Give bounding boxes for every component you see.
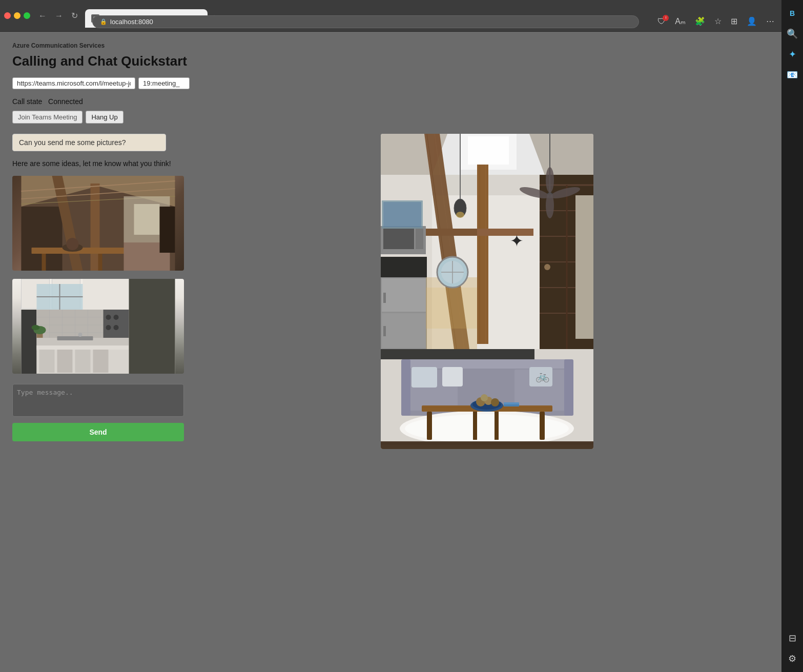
- large-image-panel: ✦: [204, 134, 769, 449]
- svg-rect-119: [540, 412, 545, 440]
- back-button[interactable]: ←: [35, 9, 50, 23]
- star-icon: ☆: [714, 17, 722, 26]
- call-state-label: Call state: [12, 97, 42, 106]
- menu-button[interactable]: ⋯: [763, 14, 777, 28]
- svg-point-89: [546, 167, 554, 193]
- gear-icon: ⚙: [788, 653, 796, 664]
- extension-alert-button[interactable]: 🛡 !: [654, 15, 669, 28]
- svg-rect-98: [383, 229, 414, 249]
- large-room-image[interactable]: ✦: [381, 134, 593, 449]
- token-input[interactable]: [138, 77, 190, 89]
- svg-rect-93: [382, 313, 426, 348]
- svg-rect-94: [383, 293, 386, 303]
- svg-rect-72: [575, 195, 593, 339]
- browser-extension-button[interactable]: 🧩: [692, 14, 708, 28]
- svg-rect-12: [98, 254, 102, 271]
- room-image-1[interactable]: [12, 176, 184, 271]
- profile-button[interactable]: 👤: [744, 14, 760, 28]
- collections-button[interactable]: ⊞: [728, 14, 740, 28]
- svg-point-53: [32, 325, 40, 330]
- svg-point-71: [544, 264, 550, 270]
- svg-rect-100: [381, 349, 534, 359]
- svg-point-83: [456, 212, 464, 218]
- message-input-area: Send: [12, 384, 184, 441]
- room-image-2[interactable]: [12, 279, 184, 374]
- svg-rect-92: [382, 278, 426, 312]
- browser-nav: ← → ↻: [35, 9, 81, 23]
- copilot-icon: B: [790, 9, 795, 17]
- split-icon: ⊟: [789, 633, 796, 644]
- svg-rect-117: [427, 412, 432, 440]
- svg-text:✦: ✦: [509, 232, 523, 250]
- svg-rect-16: [134, 204, 160, 235]
- page-content: Azure Communication Services Calling and…: [0, 32, 781, 672]
- collections-icon: ⊞: [731, 17, 737, 26]
- call-state-display: Call state Connected: [12, 97, 769, 106]
- svg-point-14: [67, 238, 79, 250]
- copilot-sidebar-button[interactable]: B: [783, 4, 801, 23]
- received-message: Can you send me some pictures?: [12, 134, 166, 151]
- join-teams-meeting-button[interactable]: Join Teams Meeting: [12, 111, 83, 124]
- search-sidebar-icon: 🔍: [787, 28, 798, 39]
- svg-rect-23: [22, 310, 37, 374]
- svg-point-129: [481, 394, 488, 401]
- svg-rect-80: [477, 229, 533, 236]
- favorites-button[interactable]: ☆: [711, 14, 725, 28]
- reload-button[interactable]: ↻: [68, 9, 81, 23]
- send-button[interactable]: Send: [12, 423, 184, 441]
- svg-rect-42: [39, 350, 55, 373]
- address-bar[interactable]: 🔒 localhost:8080: [92, 15, 639, 28]
- service-label: Azure Communication Services: [12, 42, 769, 49]
- svg-point-90: [546, 193, 554, 218]
- browser-actions: 🛡 ! Aₘ 🧩 ☆ ⊞ 👤 ⋯: [654, 14, 777, 28]
- svg-rect-44: [75, 350, 91, 373]
- svg-rect-99: [416, 229, 423, 249]
- svg-rect-38: [57, 336, 93, 340]
- call-state-value: Connected: [48, 97, 83, 106]
- teams-url-input[interactable]: [12, 77, 135, 89]
- svg-rect-45: [93, 350, 109, 373]
- svg-rect-41: [37, 345, 129, 350]
- right-sidebar: B 🔍 ✦ 📧 ⊟ ⚙: [781, 0, 803, 672]
- svg-rect-110: [411, 367, 437, 388]
- url-row: [12, 77, 769, 89]
- settings-sidebar-button[interactable]: ⚙: [783, 649, 801, 668]
- svg-rect-11: [42, 254, 46, 271]
- minimize-traffic-light[interactable]: [14, 12, 20, 19]
- person-icon: 👤: [747, 17, 757, 26]
- split-view-button[interactable]: ⊟: [783, 629, 801, 647]
- svg-rect-133: [383, 202, 421, 227]
- message-input[interactable]: [12, 384, 184, 417]
- lock-icon: 🔒: [100, 18, 107, 25]
- svg-rect-120: [495, 412, 499, 440]
- svg-rect-95: [383, 326, 386, 336]
- sent-message: Here are some ideas, let me know what yo…: [12, 159, 184, 168]
- svg-rect-118: [473, 412, 477, 440]
- forward-button[interactable]: →: [52, 9, 66, 23]
- image-gallery: [12, 176, 184, 374]
- svg-rect-76: [477, 165, 488, 344]
- read-icon: Aₘ: [675, 17, 686, 26]
- svg-rect-96: [381, 257, 427, 277]
- puzzle-icon: 🧩: [695, 17, 705, 26]
- svg-point-39: [78, 333, 83, 337]
- hang-up-button[interactable]: Hang Up: [86, 111, 123, 124]
- main-layout: Can you send me some pictures? Here are …: [12, 134, 769, 449]
- svg-point-47: [106, 315, 111, 320]
- traffic-lights: [4, 12, 30, 19]
- read-aloud-button[interactable]: Aₘ: [672, 14, 689, 28]
- svg-point-50: [114, 325, 119, 330]
- copilot-ai-icon: ✦: [789, 49, 796, 60]
- copilot-ai-button[interactable]: ✦: [783, 45, 801, 64]
- address-bar-row: 🔒 localhost:8080: [92, 15, 639, 28]
- chat-panel: Can you send me some pictures? Here are …: [12, 134, 184, 441]
- svg-rect-111: [442, 367, 463, 386]
- outlook-icon: 📧: [787, 69, 798, 80]
- maximize-traffic-light[interactable]: [24, 12, 30, 19]
- close-traffic-light[interactable]: [4, 12, 11, 19]
- search-sidebar-button[interactable]: 🔍: [783, 25, 801, 43]
- svg-rect-109: [564, 359, 573, 416]
- call-controls: Join Teams Meeting Hang Up: [12, 111, 769, 124]
- outlook-sidebar-button[interactable]: 📧: [783, 66, 801, 84]
- svg-point-128: [491, 398, 499, 406]
